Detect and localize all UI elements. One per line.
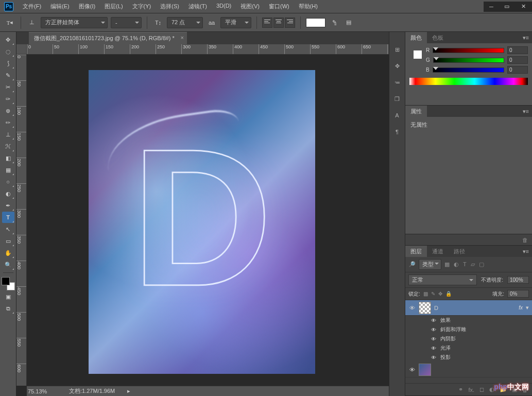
warp-text-icon[interactable]: ✎̰ — [329, 17, 340, 28]
fx-expand-icon[interactable]: ▾ — [526, 304, 529, 311]
lock-all-icon[interactable]: 🔒 — [445, 291, 452, 297]
font-style-combo[interactable]: - — [111, 17, 142, 28]
effects-header-row[interactable]: 👁 效果 — [405, 316, 532, 325]
move-tool[interactable]: ✥ — [2, 34, 14, 45]
menu-image[interactable]: 图像(I) — [75, 1, 99, 12]
fill-field[interactable]: 0% — [507, 290, 529, 298]
layer-name[interactable]: D — [434, 305, 516, 311]
menu-file[interactable]: 文件(F) — [19, 1, 45, 12]
shape-tool[interactable]: ▭ — [2, 235, 14, 247]
close-button[interactable]: ✕ — [514, 2, 532, 12]
brush-tool[interactable]: ✏ — [2, 117, 14, 128]
menu-select[interactable]: 选择(S) — [156, 1, 183, 12]
delete-layer-icon[interactable]: 🗑 — [522, 387, 528, 393]
quick-select-tool[interactable]: ✎ — [2, 70, 14, 81]
r-value[interactable]: 0 — [507, 46, 528, 54]
horizontal-ruler[interactable]: 0501001502002503003504004505005506006507… — [27, 44, 389, 55]
visibility-toggle[interactable]: 👁 — [430, 327, 437, 333]
group-icon[interactable]: 📁 — [500, 386, 507, 393]
canvas[interactable]: D — [89, 70, 315, 374]
layer-thumbnail[interactable] — [419, 302, 431, 314]
eraser-tool[interactable]: ◧ — [2, 152, 14, 164]
marquee-tool[interactable]: ◌ — [2, 46, 14, 57]
b-slider[interactable] — [433, 67, 504, 73]
filter-smart-icon[interactable]: ▢ — [479, 261, 484, 268]
crop-tool[interactable]: ✂ — [2, 81, 14, 93]
g-value[interactable]: 0 — [507, 56, 528, 64]
font-family-combo[interactable]: 方正胖娃简体 — [41, 17, 108, 28]
quick-mask-icon[interactable]: ▣ — [2, 291, 14, 302]
panel-menu-icon[interactable]: ▾≡ — [523, 35, 529, 41]
character-panel-icon[interactable]: A — [392, 110, 402, 120]
fx-badge[interactable]: fx — [519, 305, 523, 311]
ruler-origin[interactable] — [16, 44, 27, 55]
styles-panel-icon[interactable]: ❐ — [392, 94, 402, 104]
document-tab[interactable]: 微信截图_20210816101723.jpg @ 75.1% (D, RGB/… — [29, 32, 187, 44]
layer-list[interactable]: 👁 D fx ▾ 👁 效果 👁斜面和浮雕 👁内阴影 👁光泽 👁投影 — [405, 300, 532, 383]
orientation-toggle-icon[interactable]: ⊥ — [26, 17, 38, 28]
b-value[interactable]: 0 — [507, 66, 528, 74]
menu-window[interactable]: 窗口(W) — [265, 1, 294, 12]
layer-row-background[interactable]: 👁 — [405, 362, 532, 377]
align-right-button[interactable] — [285, 18, 295, 28]
paragraph-panel-icon[interactable]: ¶ — [392, 127, 402, 137]
menu-filter[interactable]: 滤镜(T) — [184, 1, 211, 12]
character-panel-icon[interactable]: ▤ — [343, 17, 354, 28]
filter-shape-icon[interactable]: ▱ — [471, 261, 475, 268]
menu-layer[interactable]: 图层(L) — [100, 1, 127, 12]
tool-preset-icon[interactable]: T◂ — [4, 17, 15, 28]
menu-type[interactable]: 文字(Y) — [128, 1, 156, 12]
filter-pixel-icon[interactable]: ▩ — [444, 261, 450, 268]
type-tool[interactable]: T — [2, 212, 14, 223]
canvas-viewport[interactable]: D — [27, 55, 389, 386]
visibility-toggle[interactable]: 👁 — [430, 318, 437, 323]
dodge-tool[interactable]: ◐ — [2, 188, 14, 199]
layer-mask-icon[interactable]: ◻ — [479, 386, 484, 393]
opacity-field[interactable]: 100% — [507, 276, 529, 284]
color-swatches[interactable] — [2, 277, 15, 290]
filter-kind-combo[interactable]: 类型 — [419, 259, 441, 270]
path-select-tool[interactable]: ↖ — [2, 223, 14, 235]
lock-position-icon[interactable]: ✥ — [438, 291, 442, 297]
healing-tool[interactable]: ⊕ — [2, 105, 14, 116]
color-spectrum[interactable] — [409, 78, 528, 85]
stamp-tool[interactable]: ⊥ — [2, 129, 14, 140]
menu-help[interactable]: 帮助(H) — [295, 1, 322, 12]
menu-view[interactable]: 视图(V) — [236, 1, 264, 12]
panel-menu-icon[interactable]: ▾≡ — [523, 248, 529, 255]
tab-swatches[interactable]: 色板 — [427, 32, 449, 44]
blur-tool[interactable]: ○ — [2, 176, 14, 187]
align-left-button[interactable] — [262, 18, 272, 28]
blend-mode-combo[interactable]: 正常 — [408, 274, 477, 285]
visibility-toggle[interactable]: 👁 — [430, 346, 437, 351]
screen-mode-icon[interactable]: ⧉ — [2, 303, 14, 314]
align-center-button[interactable] — [273, 18, 284, 28]
adjustment-layer-icon[interactable]: ◐ — [489, 386, 494, 393]
tab-color[interactable]: 颜色 — [405, 32, 427, 44]
font-size-combo[interactable]: 72 点 — [167, 17, 203, 28]
menu-edit[interactable]: 编辑(E) — [46, 1, 74, 12]
maximize-button[interactable]: ▭ — [499, 2, 514, 12]
effect-row[interactable]: 👁内阴影 — [405, 334, 532, 343]
zoom-tool[interactable]: 🔍 — [2, 259, 14, 270]
filter-adjust-icon[interactable]: ◐ — [454, 261, 459, 268]
actions-panel-icon[interactable]: ✥ — [392, 61, 402, 71]
tab-channels[interactable]: 通道 — [427, 246, 449, 257]
anti-alias-combo[interactable]: 平滑 — [220, 17, 251, 28]
effect-row[interactable]: 👁光泽 — [405, 343, 532, 353]
layer-style-icon[interactable]: fx. — [468, 387, 474, 393]
g-slider[interactable] — [433, 58, 504, 63]
zoom-field[interactable]: 75.13% — [28, 388, 59, 394]
panel-menu-icon[interactable]: ▾≡ — [523, 108, 529, 115]
eyedropper-tool[interactable]: ✑ — [2, 93, 14, 105]
tab-paths[interactable]: 路径 — [449, 246, 470, 257]
gradient-tool[interactable]: ▦ — [2, 164, 14, 176]
effect-row[interactable]: 👁斜面和浮雕 — [405, 325, 532, 334]
tab-close-icon[interactable]: × — [180, 35, 183, 41]
r-slider[interactable] — [433, 48, 504, 53]
new-layer-icon[interactable]: ▣ — [512, 386, 517, 393]
trash-icon[interactable]: 🗑 — [522, 237, 528, 243]
foreground-color[interactable] — [2, 277, 10, 285]
visibility-toggle[interactable]: 👁 — [430, 355, 437, 360]
hand-tool[interactable]: ✋ — [2, 247, 14, 259]
